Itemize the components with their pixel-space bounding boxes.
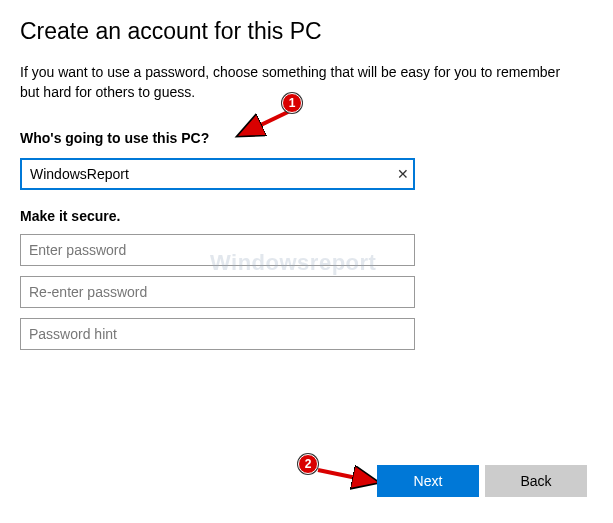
page-title: Create an account for this PC bbox=[20, 18, 593, 45]
password-hint-input[interactable] bbox=[20, 318, 415, 350]
back-button[interactable]: Back bbox=[485, 465, 587, 497]
secure-label: Make it secure. bbox=[20, 208, 593, 224]
svg-line-3 bbox=[318, 470, 376, 482]
username-input[interactable] bbox=[20, 158, 415, 190]
clear-icon[interactable]: ✕ bbox=[397, 167, 409, 181]
next-button[interactable]: Next bbox=[377, 465, 479, 497]
page-description: If you want to use a password, choose so… bbox=[20, 63, 580, 102]
annotation-badge-2: 2 bbox=[298, 454, 318, 474]
repassword-input[interactable] bbox=[20, 276, 415, 308]
password-input[interactable] bbox=[20, 234, 415, 266]
who-label: Who's going to use this PC? bbox=[20, 130, 593, 146]
button-row: Next Back bbox=[377, 465, 587, 497]
